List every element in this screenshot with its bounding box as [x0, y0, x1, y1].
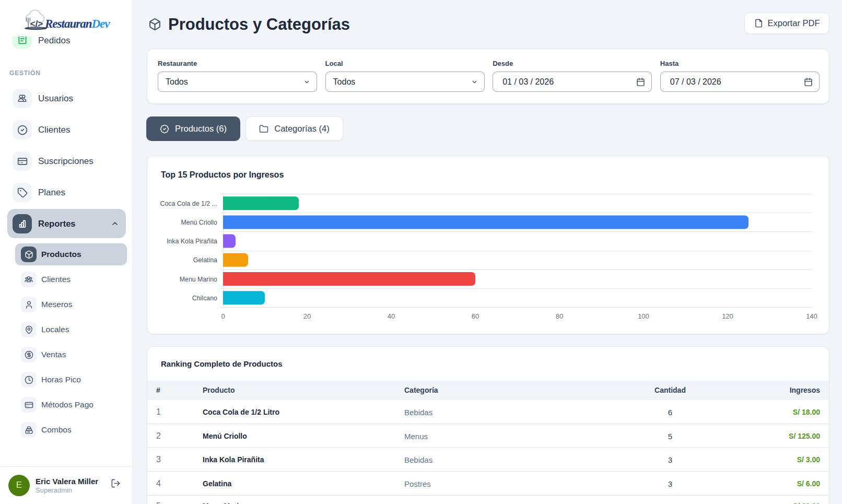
svg-text:Gelatina: Gelatina — [193, 256, 217, 264]
svg-text:120: 120 — [722, 312, 733, 320]
svg-text:RestauranDev: RestauranDev — [44, 17, 110, 30]
svg-text:100: 100 — [638, 312, 649, 320]
svg-text:0: 0 — [221, 312, 225, 320]
svg-text:80: 80 — [556, 312, 563, 320]
svg-text:140: 140 — [806, 312, 817, 320]
svg-text:Chilcano: Chilcano — [192, 295, 217, 302]
svg-text:60: 60 — [472, 312, 479, 320]
svg-text:20: 20 — [303, 312, 311, 320]
svg-text:40: 40 — [388, 312, 395, 320]
svg-text:Menú Criollo: Menú Criollo — [181, 219, 217, 226]
svg-text:Coca Cola de 1/2 ...: Coca Cola de 1/2 ... — [160, 200, 217, 207]
svg-text:Inka Kola Pirañita: Inka Kola Pirañita — [167, 238, 217, 245]
svg-text:Menu Marino: Menu Marino — [180, 276, 217, 283]
